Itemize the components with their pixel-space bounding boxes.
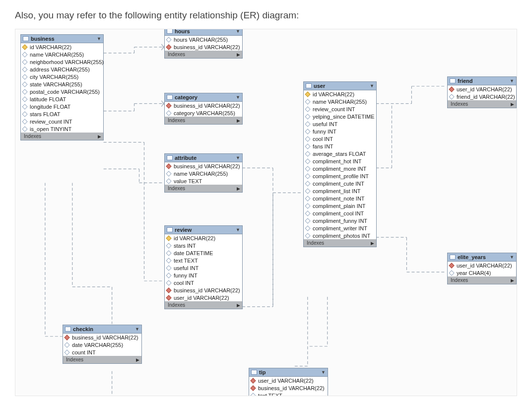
column: compliment_hot INT [304,157,376,165]
collapse-arrow-icon: ▼ [236,227,240,232]
page-heading: Also, you may refer to the following ent… [15,10,517,21]
indexes-bar: Indexes▶ [21,133,103,140]
column: useful INT [165,264,242,272]
indexes-bar: Indexes▶ [448,100,516,108]
column: compliment_note INT [304,195,376,202]
entity-header-business: business ▼ [21,35,103,43]
entity-columns: user_id VARCHAR(22)year CHAR(4) [448,262,516,276]
entity-columns: user_id VARCHAR(22)business_id VARCHAR(2… [249,377,328,396]
column: state VARCHAR(255) [21,80,103,88]
column: compliment_writer INT [304,224,376,232]
indexes-bar: Indexes▶ [448,276,516,284]
entity-header-tip: tip ▼ [249,368,328,377]
column: review_count INT [304,105,376,113]
column: user_id VARCHAR(22) [249,377,328,384]
collapse-arrow-icon: ▼ [510,255,514,260]
column: funny INT [304,128,376,135]
column: neighborhood VARCHAR(255) [21,58,103,66]
entity-columns: business_id VARCHAR(22)name VARCHAR(255)… [165,162,242,185]
column: cool INT [165,279,242,286]
entity-header-category: category ▼ [165,93,242,102]
column: business_id VARCHAR(22) [165,286,242,294]
entity-header-user: user ▼ [304,82,376,90]
table-icon [251,370,257,375]
column: compliment_cute INT [304,180,376,187]
expand-arrow-icon: ▶ [237,52,240,57]
column: user_id VARCHAR(22) [165,294,242,301]
column: is_open TINYINT [21,125,103,133]
entity-header-elite-years: elite_years ▼ [448,253,516,262]
column: hours VARCHAR(255) [165,36,242,43]
column: address VARCHAR(255) [21,66,103,73]
indexes-label: Indexes [451,277,468,283]
table-icon [450,78,456,83]
column: compliment_plain INT [304,202,376,209]
column: stars FLOAT [21,110,103,118]
table-icon [167,29,173,34]
expand-arrow-icon: ▶ [511,278,514,283]
expand-arrow-icon: ▶ [98,134,101,139]
indexes-bar: Indexes▶ [63,356,141,363]
column: business_id VARCHAR(22) [249,384,328,392]
entity-title: user [314,83,325,89]
column: name VARCHAR(255) [21,51,103,58]
indexes-bar: Indexes▶ [165,185,242,192]
collapse-arrow-icon: ▼ [370,83,374,88]
indexes-bar: Indexes▶ [165,51,242,58]
column: business_id VARCHAR(22) [165,102,242,109]
entity-header-friend: friend ▼ [448,77,516,85]
indexes-label: Indexes [24,134,41,139]
table-icon [65,327,71,332]
column: friend_id VARCHAR(22) [448,93,516,100]
column: category VARCHAR(255) [165,109,242,117]
column: longitude FLOAT [21,103,103,110]
column: compliment_list INT [304,187,376,195]
column: date VARCHAR(255) [63,341,141,348]
collapse-arrow-icon: ▼ [236,29,240,34]
column: business_id VARCHAR(22) [165,43,242,51]
table-icon [23,36,29,41]
column: id VARCHAR(22) [165,234,242,242]
column: id VARCHAR(22) [304,90,376,98]
entity-header-checkin: checkin ▼ [63,325,141,334]
entity-review: review ▼ id VARCHAR(22)stars INTdate DAT… [164,225,243,309]
er-diagram-canvas: business ▼ id VARCHAR(22)name VARCHAR(25… [15,29,517,396]
entity-title: hours [175,29,190,34]
expand-arrow-icon: ▶ [237,118,240,123]
entity-header-attribute: attribute ▼ [165,154,242,162]
indexes-label: Indexes [307,240,324,246]
entity-columns: id VARCHAR(22)name VARCHAR(255)neighborh… [21,43,103,133]
column: text TEXT [249,392,328,396]
column: name VARCHAR(255) [165,170,242,177]
entity-header-hours: hours ▼ [165,29,242,36]
indexes-label: Indexes [66,357,83,362]
indexes-label: Indexes [451,101,468,107]
column: yelping_since DATETIME [304,113,376,120]
column: stars INT [165,242,242,249]
entity-business: business ▼ id VARCHAR(22)name VARCHAR(25… [20,34,104,140]
column: compliment_photos INT [304,232,376,239]
expand-arrow-icon: ▶ [237,186,240,191]
indexes-bar: Indexes▶ [304,239,376,247]
entity-title: checkin [73,326,93,332]
entity-category: category ▼ business_id VARCHAR(22)catego… [164,93,243,125]
column: user_id VARCHAR(22) [448,85,516,93]
table-icon [450,255,456,260]
column: text TEXT [165,257,242,264]
column: average_stars FLOAT [304,150,376,157]
expand-arrow-icon: ▶ [371,241,374,246]
column: name VARCHAR(255) [304,98,376,105]
entity-title: attribute [175,155,197,161]
column: business_id VARCHAR(22) [63,334,141,341]
entity-title: elite_years [458,254,486,260]
column: funny INT [165,272,242,279]
entity-title: tip [259,369,266,375]
entity-title: friend [458,78,473,84]
entity-columns: business_id VARCHAR(22)category VARCHAR(… [165,102,242,117]
table-icon [167,95,173,100]
column: compliment_funny INT [304,217,376,224]
column: count INT [63,348,141,356]
column: year CHAR(4) [448,269,516,276]
column: user_id VARCHAR(22) [448,262,516,269]
collapse-arrow-icon: ▼ [135,327,139,332]
